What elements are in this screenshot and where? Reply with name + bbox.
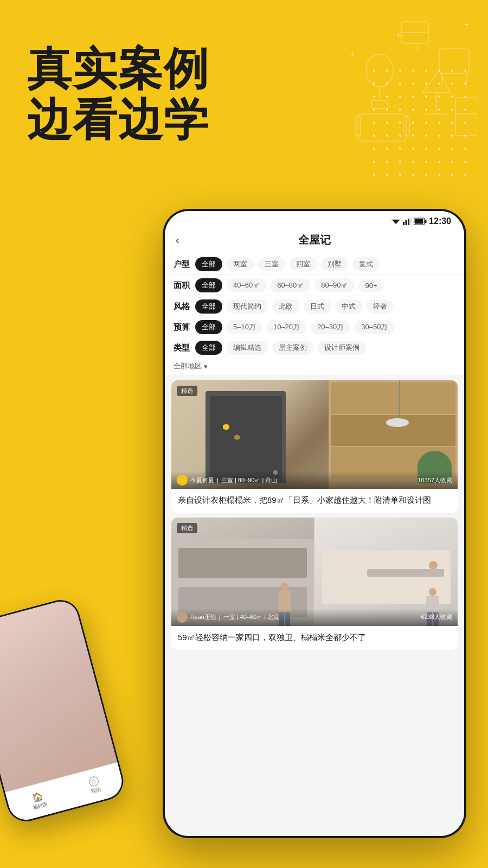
card-1-badge: 精选 [177, 386, 197, 396]
filter-tag-villa[interactable]: 别墅 [321, 257, 348, 271]
card-2[interactable]: 精选 Ryan王恒 | 一室 | 40–60㎡ | 北京 6238人收藏 59㎡… [171, 518, 458, 650]
filter-tag-japanese[interactable]: 日式 [304, 299, 331, 314]
filter-tag-nordic[interactable]: 北欧 [272, 299, 299, 314]
card-1-saves: 10357人收藏 [418, 476, 452, 484]
filter-tag-modern[interactable]: 现代简约 [227, 299, 268, 314]
status-bar: 12:30 [165, 211, 464, 228]
filter-row-type: 类型 全部 编辑精选 屋主案例 设计师案例 [165, 337, 464, 358]
svg-rect-13 [358, 114, 407, 141]
filter-tag-2room[interactable]: 两室 [227, 257, 254, 271]
svg-rect-26 [408, 219, 409, 225]
filter-tag-area-80-90[interactable]: 80–90㎡ [314, 278, 354, 292]
filter-tag-4room[interactable]: 四室 [290, 257, 317, 271]
filter-tag-editor-pick[interactable]: 编辑精选 [227, 341, 268, 355]
content-area[interactable]: 精选 今夏何夏 | 三室 | 80–90㎡ | 舟山 10357人收藏 亲自设计… [165, 376, 464, 836]
card-1[interactable]: 精选 今夏何夏 | 三室 | 80–90㎡ | 舟山 10357人收藏 亲自设计… [171, 380, 458, 513]
filter-tag-area-40-60[interactable]: 40–60㎡ [227, 278, 266, 292]
signal-icon [403, 218, 412, 225]
svg-point-5 [366, 54, 393, 87]
filter-tag-duplex[interactable]: 复式 [352, 257, 380, 271]
svg-rect-11 [455, 98, 477, 136]
location-arrow: ▾ [204, 362, 208, 371]
filter-row-style: 风格 全部 现代简约 北欧 日式 中式 轻奢 [165, 296, 464, 317]
filter-tag-20-30[interactable]: 20–30万 [311, 320, 350, 334]
headline: 真实案例 边看边学 [27, 43, 209, 146]
card-2-meta: Ryan王恒 | 一室 | 40–60㎡ | 北京 6238人收藏 [171, 609, 458, 626]
card-1-avatar [177, 475, 188, 486]
filter-tag-budget-all[interactable]: 全部 [195, 320, 222, 334]
card-1-image: 精选 今夏何夏 | 三室 | 80–90㎡ | 舟山 10357人收藏 [171, 380, 458, 489]
filter-tag-chinese[interactable]: 中式 [335, 299, 362, 314]
filter-tag-area-all[interactable]: 全部 [195, 278, 222, 292]
filter-label-hutype: 户型 [174, 259, 191, 270]
filter-label-budget: 预算 [174, 322, 191, 333]
card-2-badge: 精选 [177, 523, 197, 533]
card-1-meta: 今夏何夏 | 三室 | 80–90㎡ | 舟山 10357人收藏 [171, 471, 458, 489]
svg-rect-25 [406, 220, 407, 225]
filter-row-budget: 预算 全部 5–10万 10–20万 20–30万 30–50万 [165, 317, 464, 337]
card-2-room-info: 一室 | 40–60㎡ | 北京 [223, 613, 280, 621]
filter-label-area: 面积 [174, 280, 191, 291]
filter-tag-designer[interactable]: 设计师案例 [318, 341, 366, 355]
battery-icon [414, 218, 427, 225]
svg-rect-29 [425, 220, 427, 223]
filter-label-type: 类型 [174, 343, 191, 353]
card-1-room-info: 三室 | 80–90㎡ | 舟山 [221, 476, 278, 484]
card-1-title: 亲自设计衣柜榻榻米，把89㎡「日系」小家越住越大！附清单和设计图 [171, 489, 458, 513]
card-2-saves: 6238人收藏 [421, 613, 452, 621]
svg-rect-7 [371, 100, 388, 108]
svg-marker-23 [391, 219, 401, 224]
deco-furniture-icons [271, 5, 477, 190]
filter-tag-3room[interactable]: 三室 [258, 257, 285, 271]
svg-rect-27 [410, 218, 412, 225]
svg-rect-2 [439, 49, 469, 73]
filter-tag-type-all[interactable]: 全部 [195, 341, 222, 355]
filter-tag-5-10[interactable]: 5–10万 [227, 320, 262, 334]
location-label: 全部地区 [174, 361, 202, 371]
filter-tag-style-all[interactable]: 全部 [195, 299, 222, 314]
nav-item-home[interactable]: 🏠 福利团 [29, 789, 48, 811]
filter-tag-10-20[interactable]: 10–20万 [267, 320, 306, 334]
card-2-image: 精选 Ryan王恒 | 一室 | 40–60㎡ | 北京 6238人收藏 [171, 518, 458, 626]
svg-marker-8 [423, 71, 450, 92]
filter-row-area: 面积 全部 40–60㎡ 60–80㎡ 80–90㎡ 90+ [165, 275, 464, 296]
filter-tag-area-90plus[interactable]: 90+ [358, 279, 383, 292]
filter-tag-area-60-80[interactable]: 60–80㎡ [271, 278, 310, 292]
back-button[interactable]: ‹ [176, 234, 179, 246]
filter-row-hutype: 户型 全部 两室 三室 四室 别墅 复式 [165, 254, 464, 275]
filter-tag-owner[interactable]: 屋主案例 [272, 341, 313, 355]
card-2-user: Ryan王恒 [190, 613, 216, 621]
location-row: 全部地区 ▾ [165, 358, 464, 375]
page-title: 全屋记 [298, 233, 331, 247]
svg-rect-30 [415, 219, 423, 224]
card-2-title: 59㎡轻松容纳一家四口，双独卫、榻榻米全都少不了 [171, 626, 458, 650]
svg-rect-24 [403, 222, 404, 225]
nav-item-profile[interactable]: ○ 我的 [88, 775, 102, 795]
filter-tag-light[interactable]: 轻奢 [367, 299, 394, 314]
status-time: 12:30 [429, 216, 451, 226]
filter-tag-all-1[interactable]: 全部 [195, 257, 222, 271]
phone-mockup: 12:30 ‹ 全屋记 户型 全部 两室 三室 四室 别墅 复式 面积 全部 [163, 209, 466, 838]
filter-tag-30-50[interactable]: 30–50万 [355, 320, 394, 334]
card-1-user: 今夏何夏 [190, 476, 214, 484]
wifi-icon [391, 218, 401, 225]
location-button[interactable]: 全部地区 ▾ [174, 361, 208, 371]
filter-section: 户型 全部 两室 三室 四室 别墅 复式 面积 全部 40–60㎡ 60–80㎡… [165, 254, 464, 376]
card-2-avatar [177, 612, 188, 623]
filter-label-style: 风格 [174, 302, 191, 312]
app-header: ‹ 全屋记 [165, 228, 464, 254]
